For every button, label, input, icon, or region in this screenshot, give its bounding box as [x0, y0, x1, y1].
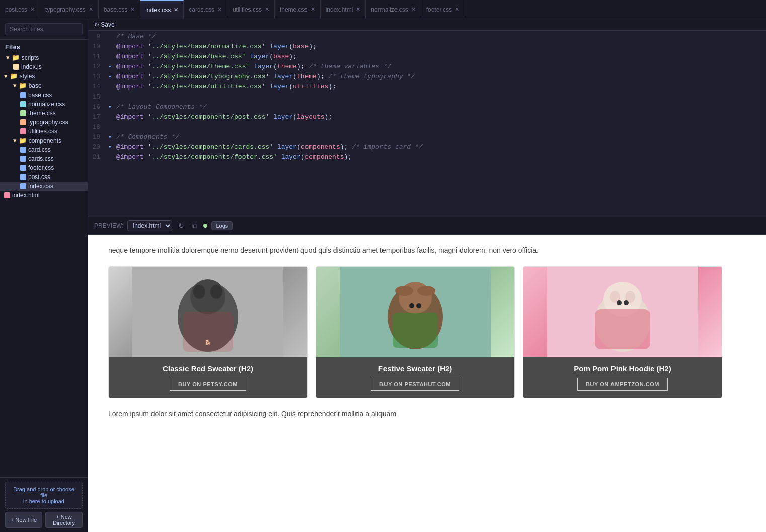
sidebar-item-footer-css[interactable]: footer.css [0, 163, 88, 172]
code-line-18: 18 [88, 123, 766, 133]
tree-item-label: cards.css [28, 155, 54, 162]
tab-close-post-css[interactable]: ✕ [30, 6, 35, 13]
sidebar-item-components[interactable]: ▾ 📁 components [0, 136, 88, 145]
sidebar-item-index-html[interactable]: index.html [0, 191, 88, 200]
fold-indicator[interactable]: ▾ [108, 104, 116, 110]
card-title-2: Festive Sweater (H2) [323, 364, 507, 373]
new-directory-button[interactable]: + New Directory [45, 512, 83, 528]
line-content: /* Components */ [116, 133, 766, 141]
code-line-13: 13 ▾ @import '../styles/base/typography.… [88, 73, 766, 83]
line-number: 21 [88, 153, 108, 161]
code-editor[interactable]: 9 /* Base */ 10 @import '../styles/base/… [88, 31, 766, 217]
drag-drop-area[interactable]: Drag and drop or choose filein here to u… [5, 482, 83, 509]
line-content: @import '../styles/base/typography.css' … [116, 73, 766, 80]
tab-cards-css[interactable]: cards.css ✕ [184, 0, 227, 19]
refresh-button[interactable]: ↻ [176, 221, 186, 231]
tree-item-label: base.css [28, 92, 52, 99]
tree-item-label: post.css [28, 173, 50, 181]
tab-close-footer-css[interactable]: ✕ [455, 6, 459, 13]
status-dot [203, 224, 207, 228]
line-number: 20 [88, 143, 108, 151]
fold-indicator[interactable]: ▾ [108, 63, 116, 70]
css-file-icon [20, 165, 26, 171]
tab-footer-css[interactable]: footer.css ✕ [421, 0, 465, 19]
editor-area: ↻ Save 9 /* Base */ 10 @import '../style… [88, 19, 766, 532]
line-content: @import '../styles/base/base.css' layer(… [116, 53, 766, 60]
search-input[interactable] [5, 23, 83, 35]
tab-close-utilities-css[interactable]: ✕ [265, 6, 269, 13]
css-file-icon [20, 174, 26, 180]
sidebar-item-normalize-css[interactable]: normalize.css [0, 100, 88, 109]
line-number: 13 [88, 73, 108, 80]
tab-typography-css[interactable]: typography.css ✕ [40, 0, 99, 19]
sidebar-item-styles[interactable]: ▾ 📁 styles [0, 71, 88, 81]
preview-bar: PREVIEW: index.html ↻ ⧉ Logs [88, 217, 766, 235]
tab-label: index.css [145, 7, 171, 14]
sidebar-item-base[interactable]: ▾ 📁 base [0, 81, 88, 91]
code-line-16: 16 ▾ /* Layout Components */ [88, 103, 766, 113]
card-image-2 [316, 267, 514, 357]
folder-icon: ▾ 📁 [6, 54, 20, 61]
sidebar-item-scripts[interactable]: ▾ 📁 scripts [0, 53, 88, 62]
sidebar-item-index-js[interactable]: index.js [0, 62, 88, 71]
tab-close-normalize-css[interactable]: ✕ [411, 6, 416, 13]
new-file-button[interactable]: + New File [5, 512, 42, 528]
sidebar-item-typography-css[interactable]: typography.css [0, 118, 88, 127]
sidebar-item-index-css[interactable]: index.css [0, 182, 88, 191]
save-button[interactable]: ↻ Save [94, 21, 115, 28]
tab-index-html[interactable]: index.html ✕ [321, 0, 366, 19]
tree-item-label: card.css [28, 146, 51, 153]
tab-close-index-css[interactable]: ✕ [174, 7, 178, 13]
tree-item-label: footer.css [28, 164, 54, 171]
search-area [0, 19, 88, 40]
tree-item-label: index.css [28, 183, 53, 190]
tab-base-css[interactable]: base.css ✕ [99, 0, 140, 19]
sidebar-item-utilities-css[interactable]: utilities.css [0, 127, 88, 136]
tab-close-typography-css[interactable]: ✕ [89, 6, 93, 13]
external-link-button[interactable]: ⧉ [190, 221, 199, 231]
tab-close-cards-css[interactable]: ✕ [217, 6, 222, 13]
cards-grid: 🐕 Classic Red Sweater (H2) BUY ON PETSY.… [108, 266, 722, 398]
line-content: @import '../styles/components/cards.css'… [116, 143, 766, 151]
svg-rect-18 [595, 309, 650, 349]
tab-close-base-css[interactable]: ✕ [130, 6, 135, 13]
card-2: Festive Sweater (H2) BUY ON PESTAHUT.COM [316, 266, 515, 398]
fold-indicator[interactable]: ▾ [108, 134, 116, 140]
code-line-14: 14 @import '../styles/base/utilities.css… [88, 83, 766, 93]
line-content: /* Base */ [116, 33, 766, 40]
svg-text:🐕: 🐕 [205, 339, 211, 346]
tab-normalize-css[interactable]: normalize.css ✕ [366, 0, 421, 19]
sidebar-item-theme-css[interactable]: theme.css [0, 109, 88, 118]
preview-file-select[interactable]: index.html [127, 220, 172, 231]
line-number: 9 [88, 33, 108, 40]
css-file-icon [20, 147, 26, 153]
svg-rect-5 [183, 312, 233, 352]
tab-index-css[interactable]: index.css ✕ [140, 0, 184, 19]
card-buy-btn-3[interactable]: BUY ON AMPETZON.COM [577, 378, 668, 391]
sidebar-item-card-css[interactable]: card.css [0, 145, 88, 154]
fold-indicator[interactable]: ▾ [108, 144, 116, 150]
svg-point-3 [193, 285, 205, 299]
tab-close-index-html[interactable]: ✕ [356, 6, 360, 13]
css-file-icon [20, 92, 26, 98]
code-line-12: 12 ▾ @import '../styles/base/theme.css' … [88, 63, 766, 73]
fold-indicator[interactable]: ▾ [108, 73, 116, 80]
css-file-icon [20, 183, 26, 189]
card-buy-btn-1[interactable]: BUY ON PETSY.COM [170, 378, 246, 391]
tab-label: utilities.css [233, 6, 262, 13]
svg-point-4 [210, 285, 222, 299]
svg-point-10 [395, 286, 413, 296]
tab-theme-css[interactable]: theme.css ✕ [275, 0, 321, 19]
main-layout: Files ▾ 📁 scripts index.js ▾ 📁 styles ▾ … [0, 19, 766, 532]
tab-close-theme-css[interactable]: ✕ [311, 6, 315, 13]
sidebar-item-base-css[interactable]: base.css [0, 91, 88, 100]
sidebar-item-post-css[interactable]: post.css [0, 172, 88, 182]
sidebar-item-cards-css[interactable]: cards.css [0, 154, 88, 163]
tab-label: post.css [5, 6, 27, 13]
tree-item-label: index.html [12, 192, 40, 199]
tab-post-css[interactable]: post.css ✕ [0, 0, 40, 19]
tab-utilities-css[interactable]: utilities.css ✕ [227, 0, 275, 19]
card-buy-btn-2[interactable]: BUY ON PESTAHUT.COM [371, 378, 459, 391]
tree-item-label: typography.css [28, 119, 68, 126]
logs-button[interactable]: Logs [211, 221, 233, 230]
